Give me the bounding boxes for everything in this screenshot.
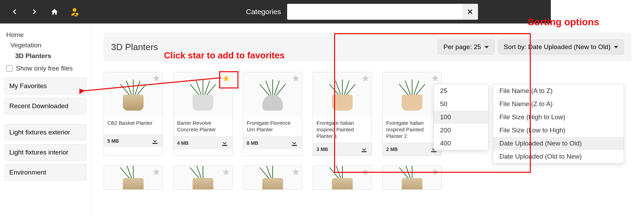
card-name: CB2 Basket Planter	[104, 117, 163, 134]
per-page-dropdown[interactable]: Per page: 25	[438, 39, 495, 55]
favorite-star-icon[interactable]	[431, 74, 439, 83]
recent-downloaded-button[interactable]: Recent Downloaded	[4, 98, 87, 114]
show-free-files-row[interactable]: Show only free files	[4, 65, 87, 72]
sort-option[interactable]: Date Uploaded (Old to New)	[493, 150, 624, 163]
search-wrap: Categories	[246, 4, 478, 20]
result-card[interactable]	[173, 166, 233, 190]
card-name: Frontgate Italian Inspired Painted Plant…	[313, 117, 372, 143]
card-size: 3 MB	[316, 147, 328, 152]
sort-option[interactable]: File Size (Low to High)	[493, 124, 624, 137]
category-list: Light fixtures exterior Light fixtures i…	[4, 124, 87, 181]
favorite-star-icon[interactable]	[361, 168, 370, 176]
result-card[interactable]	[313, 166, 372, 190]
sidebar-category-1[interactable]: Light fixtures interior	[4, 144, 87, 161]
sort-option[interactable]: Date Uploaded (New to Old)	[493, 137, 624, 150]
sidebar: Home Vegetation 3D Planters Show only fr…	[0, 24, 91, 216]
back-button[interactable]	[8, 5, 21, 19]
search-box	[287, 4, 478, 20]
card-size: 4 MB	[177, 140, 188, 146]
card-size: 5 MB	[107, 138, 119, 144]
card-thumbnail	[243, 72, 302, 117]
download-icon[interactable]	[221, 139, 229, 147]
favorite-star-icon[interactable]	[222, 168, 230, 176]
favorite-star-icon[interactable]	[431, 168, 439, 176]
show-free-files-checkbox[interactable]	[6, 65, 12, 72]
sort-option[interactable]: File Name (A to Z)	[493, 84, 624, 97]
card-thumbnail	[104, 72, 163, 117]
search-input[interactable]	[287, 4, 462, 20]
result-card[interactable]: CB2 Basket Planter 5 MB	[104, 72, 163, 156]
top-bar: Categories	[0, 0, 644, 24]
result-card[interactable]: Frontgate Italian Inspired Painted Plant…	[382, 72, 442, 156]
per-page-option[interactable]: 50	[434, 97, 488, 111]
card-thumbnail	[313, 72, 372, 117]
card-name: Frontgate Italian Inspired Painted Plant…	[383, 117, 441, 143]
sidebar-category-0[interactable]: Light fixtures exterior	[4, 124, 87, 141]
card-thumbnail	[383, 72, 441, 117]
breadcrumb-vegetation[interactable]: Vegetation	[4, 40, 87, 50]
per-page-option[interactable]: 100	[434, 111, 488, 124]
home-button[interactable]	[48, 5, 61, 19]
per-page-option[interactable]: 25	[434, 84, 488, 97]
page-title: 3D Planters	[111, 42, 158, 53]
user-settings-button[interactable]	[68, 5, 81, 19]
favorite-star-icon[interactable]	[292, 168, 300, 176]
card-thumbnail	[174, 72, 232, 117]
card-name: Frontgate Florence Urn Planter	[243, 117, 302, 137]
result-card[interactable]: Barter Revolve Concrete Planter 4 MB	[173, 72, 233, 156]
breadcrumb: Home Vegetation 3D Planters	[4, 30, 87, 61]
sort-by-menu: File Name (A to Z) File Name (Z to A) Fi…	[493, 84, 624, 163]
favorite-star-icon[interactable]	[152, 168, 160, 176]
favorite-star-icon[interactable]	[361, 74, 370, 83]
favorite-star-icon[interactable]	[292, 74, 300, 83]
download-icon[interactable]	[360, 145, 368, 153]
download-icon[interactable]	[151, 137, 159, 145]
card-size: 8 MB	[247, 140, 258, 146]
breadcrumb-home[interactable]: Home	[4, 30, 87, 40]
clear-search-button[interactable]	[462, 4, 478, 20]
favorite-star-icon[interactable]	[222, 74, 230, 83]
top-right-blank	[551, 0, 644, 24]
per-page-option[interactable]: 400	[434, 137, 488, 150]
main-area: 3D Planters Per page: 25 Sort by: Date U…	[91, 24, 644, 216]
sort-option[interactable]: File Size (High to Low)	[493, 111, 624, 124]
per-page-menu: 25 50 100 200 400	[433, 84, 489, 150]
result-card[interactable]	[382, 166, 442, 190]
sort-by-dropdown[interactable]: Sort by: Date Uploaded (New to Old)	[498, 39, 624, 55]
per-page-option[interactable]: 200	[434, 124, 488, 137]
forward-button[interactable]	[28, 5, 41, 19]
sidebar-category-2[interactable]: Environment	[4, 164, 87, 181]
show-free-files-label: Show only free files	[16, 65, 73, 72]
result-card[interactable]	[243, 166, 302, 190]
svg-point-0	[76, 13, 78, 15]
sort-option[interactable]: File Name (Z to A)	[493, 97, 624, 111]
breadcrumb-current[interactable]: 3D Planters	[4, 51, 87, 61]
my-favorites-button[interactable]: My Favorites	[4, 78, 87, 94]
result-card[interactable]: Frontgate Florence Urn Planter 8 MB	[243, 72, 302, 156]
download-icon[interactable]	[290, 139, 299, 147]
title-row: 3D Planters Per page: 25 Sort by: Date U…	[104, 32, 632, 62]
favorite-star-icon[interactable]	[152, 74, 160, 83]
results-grid-row-2	[104, 166, 632, 190]
search-label: Categories	[246, 8, 281, 16]
result-card[interactable]	[104, 166, 163, 190]
card-name: Barter Revolve Concrete Planter	[174, 117, 232, 137]
card-size: 2 MB	[386, 147, 398, 152]
result-card[interactable]: Frontgate Italian Inspired Painted Plant…	[313, 72, 372, 156]
